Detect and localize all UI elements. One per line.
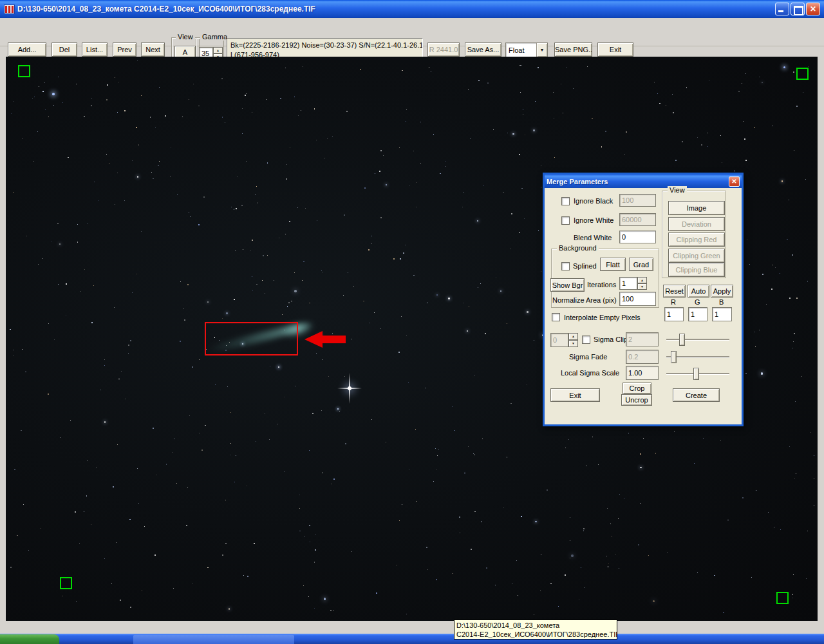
taskbar-button[interactable] <box>133 635 294 644</box>
grad-button[interactable]: Grad <box>629 258 653 271</box>
star <box>809 66 809 67</box>
save-png-button[interactable]: Save PNG... <box>554 43 592 57</box>
star <box>316 140 317 140</box>
star <box>263 255 264 256</box>
spin-up-icon[interactable]: ▲ <box>637 277 647 283</box>
star <box>583 528 585 529</box>
window-titlebar[interactable]: D:\130-650\2014_08_23_комета C2014-E2_10… <box>0 0 824 18</box>
dialog-exit-button[interactable]: Exit <box>550 388 600 402</box>
star <box>470 138 471 139</box>
star <box>236 455 236 456</box>
g-input[interactable] <box>688 307 707 321</box>
ignore-black-checkbox[interactable] <box>561 197 570 205</box>
star <box>610 524 611 524</box>
iterations-spinner[interactable]: ▲▼ <box>637 277 647 290</box>
sigma-clip-checkbox[interactable] <box>582 336 590 344</box>
star <box>136 127 137 128</box>
star <box>525 135 525 135</box>
format-select[interactable]: Float ▼ <box>505 43 548 57</box>
normalize-area-input[interactable] <box>619 292 656 306</box>
star <box>608 566 609 567</box>
star <box>427 569 428 570</box>
list-button[interactable]: List... <box>82 43 108 57</box>
star <box>605 131 606 132</box>
bright-star <box>783 66 785 68</box>
exit-button[interactable]: Exit <box>597 43 633 57</box>
star <box>503 192 504 193</box>
ignore-white-input <box>619 213 656 226</box>
star <box>697 137 698 138</box>
star <box>310 542 310 542</box>
del-button[interactable]: Del <box>52 43 77 57</box>
star <box>420 163 421 164</box>
maximize-icon[interactable] <box>791 3 805 15</box>
next-button[interactable]: Next <box>141 43 165 57</box>
auto-button[interactable]: Auto <box>688 285 709 298</box>
r-input[interactable] <box>664 307 684 321</box>
view-image-button[interactable]: Image <box>668 201 725 215</box>
minimize-icon[interactable] <box>775 3 789 15</box>
b-input[interactable] <box>712 307 732 321</box>
star <box>252 112 252 113</box>
star <box>180 341 181 342</box>
dialog-close-icon[interactable]: ✕ <box>729 176 740 187</box>
spin-up-icon[interactable]: ▲ <box>213 47 223 53</box>
star <box>587 66 588 67</box>
star <box>91 105 92 106</box>
local-sigma-scale-input[interactable] <box>626 366 659 380</box>
crop-button[interactable]: Crop <box>623 383 651 394</box>
r-label: R <box>671 298 676 306</box>
sigma-fade-label: Sigma Fade <box>569 353 607 361</box>
apply-button[interactable]: Apply <box>711 285 733 298</box>
local-sigma-slider-thumb[interactable] <box>693 368 699 380</box>
reset-button[interactable]: Reset <box>663 285 686 298</box>
sigma-clip-slider-thumb[interactable] <box>679 334 685 346</box>
iterations-input[interactable] <box>619 277 637 290</box>
taskbar[interactable] <box>0 634 824 644</box>
star <box>379 171 380 172</box>
flatt-button[interactable]: Flatt <box>600 258 626 271</box>
splined-checkbox[interactable] <box>561 262 570 270</box>
star <box>463 192 464 193</box>
star <box>42 91 44 92</box>
app-icon <box>4 5 15 14</box>
star <box>570 558 570 558</box>
star <box>742 497 744 498</box>
star <box>231 207 232 207</box>
star <box>807 531 808 531</box>
add-button[interactable]: Add... <box>8 43 46 57</box>
show-bgr-button[interactable]: Show Bgr <box>550 278 585 292</box>
green-corner-marker <box>60 577 72 589</box>
sigma-fade-slider-thumb[interactable] <box>671 351 677 363</box>
spin-down-icon[interactable]: ▼ <box>637 283 647 290</box>
star <box>91 524 91 525</box>
close-icon[interactable] <box>806 3 820 15</box>
star <box>527 384 527 385</box>
star <box>280 98 281 99</box>
interpolate-checkbox[interactable] <box>552 313 560 321</box>
ignore-white-checkbox[interactable] <box>561 216 570 225</box>
star <box>655 453 657 454</box>
uncrop-button[interactable]: Uncrop <box>621 394 652 406</box>
start-button[interactable] <box>0 634 59 644</box>
star <box>440 173 441 175</box>
star <box>230 455 231 455</box>
prev-button[interactable]: Prev <box>113 43 136 57</box>
star <box>400 258 401 260</box>
dialog-titlebar[interactable]: Merge Parameters ✕ <box>545 175 742 188</box>
chevron-down-icon[interactable]: ▼ <box>536 43 547 57</box>
star <box>91 322 93 323</box>
star <box>523 114 523 115</box>
star <box>299 531 301 532</box>
blend-white-input[interactable] <box>619 231 656 243</box>
star <box>344 376 345 377</box>
view-group-dialog-label: View <box>668 186 687 194</box>
star <box>507 457 508 458</box>
star <box>91 98 92 99</box>
star <box>742 83 742 84</box>
save-as-button[interactable]: Save As... <box>465 43 501 57</box>
sigma-clip-slider[interactable] <box>666 339 729 341</box>
star <box>190 216 191 217</box>
create-button[interactable]: Create <box>673 388 720 402</box>
spin-up-icon: ▲ <box>568 333 578 340</box>
